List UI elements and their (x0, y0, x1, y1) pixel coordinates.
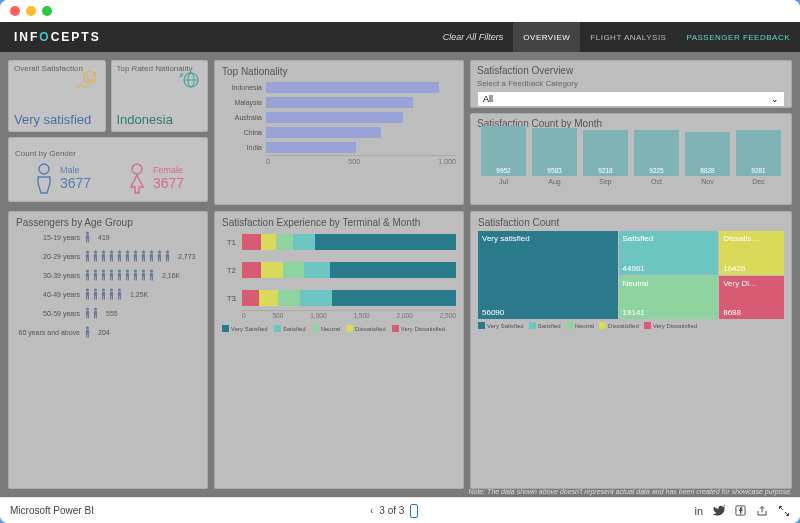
page-navigator: ‹ 3 of 3 (370, 504, 418, 518)
svg-point-116 (94, 307, 97, 310)
chart-x-axis: 0 500 1,000 (266, 155, 456, 165)
svg-rect-82 (134, 277, 135, 281)
tab-passenger-feedback[interactable]: PASSENGER FEEDBACK (676, 22, 800, 52)
terminal-row[interactable]: T1 (222, 234, 456, 250)
nationality-row[interactable]: Indonesia (222, 82, 454, 93)
card-value: Indonesia (117, 112, 203, 127)
svg-rect-42 (142, 258, 143, 262)
svg-rect-46 (150, 258, 151, 262)
month-bar[interactable]: 8828Nov (685, 132, 730, 185)
minimize-window-icon[interactable] (26, 6, 36, 16)
panel-title: Top Nationality (222, 66, 456, 77)
svg-point-16 (94, 250, 97, 253)
clear-filters-link[interactable]: Clear All Filters (433, 32, 514, 42)
close-window-icon[interactable] (10, 6, 20, 16)
svg-rect-9 (86, 235, 89, 239)
age-row: 30-39 years2,16K (16, 269, 200, 281)
svg-point-96 (94, 288, 97, 291)
bar-segment (261, 234, 276, 250)
svg-rect-114 (86, 315, 87, 319)
svg-rect-55 (168, 258, 169, 262)
mac-titlebar (0, 0, 800, 22)
svg-rect-86 (142, 277, 143, 281)
age-label: 60 years and above (16, 329, 80, 336)
bar-segment (293, 234, 314, 250)
nationality-row[interactable]: China (222, 127, 454, 138)
svg-rect-94 (86, 296, 87, 300)
bar-segment (300, 290, 332, 306)
facebook-icon[interactable] (735, 505, 746, 516)
svg-point-8 (86, 231, 89, 234)
twitter-icon[interactable] (713, 505, 725, 517)
svg-rect-58 (86, 277, 87, 281)
tree-value: 19141 (623, 308, 645, 317)
bar-segment (283, 262, 304, 278)
select-label: Select a Feedback Category (477, 79, 785, 88)
svg-point-100 (102, 288, 105, 291)
prev-page-button[interactable]: ‹ (370, 505, 373, 516)
svg-rect-35 (128, 258, 129, 262)
page-number-input[interactable] (410, 504, 418, 518)
linkedin-icon[interactable]: in (694, 505, 703, 517)
month-bar-chart: 9952Jul9583Aug9218Sep9225Oct8828Nov9281D… (477, 133, 785, 185)
svg-rect-103 (104, 296, 105, 300)
bar-segment (259, 290, 278, 306)
tree-label: Neutral (623, 279, 649, 288)
person-icon-group (84, 269, 155, 281)
terminal-row[interactable]: T2 (222, 262, 456, 278)
tab-overview[interactable]: OVERVIEW (513, 22, 580, 52)
svg-rect-109 (118, 292, 121, 296)
tree-very-dissatisfied[interactable]: Very Di…8688 (719, 276, 784, 320)
month-bar[interactable]: 9225Oct (634, 130, 679, 185)
tab-flight-analysis[interactable]: FLIGHT ANALYSIS (580, 22, 676, 52)
age-value: 2,16K (162, 272, 180, 279)
tree-neutral[interactable]: Neutral19141 (619, 276, 719, 320)
card-top-nationality: Top Rated Nationality Indonesia (111, 60, 209, 132)
tree-dissatisfied[interactable]: Dissatis…16426 (719, 231, 784, 275)
svg-point-64 (102, 269, 105, 272)
tree-satisfied[interactable]: Satisfied44961 (619, 231, 719, 275)
panel-satisfaction-overview: Satisfaction Overview Select a Feedback … (470, 60, 792, 108)
terminal-row[interactable]: T3 (222, 290, 456, 306)
nationality-row[interactable]: Australia (222, 112, 454, 123)
fullscreen-icon[interactable] (778, 505, 790, 517)
svg-rect-122 (86, 334, 87, 338)
svg-point-24 (110, 250, 113, 253)
svg-rect-45 (150, 254, 153, 258)
panel-title: Satisfaction Experience by Terminal & Mo… (222, 217, 456, 228)
svg-rect-101 (102, 292, 105, 296)
svg-point-7 (132, 164, 142, 174)
svg-rect-54 (166, 258, 167, 262)
svg-point-80 (134, 269, 137, 272)
tree-very-satisfied[interactable]: Very satisfied56090 (478, 231, 618, 319)
bar-value: 9281 (736, 167, 781, 174)
tree-value: 56090 (482, 308, 504, 317)
svg-rect-73 (118, 273, 121, 277)
nationality-row[interactable]: India (222, 142, 454, 153)
bar-value: 8828 (685, 167, 730, 174)
month-bar[interactable]: 9583Aug (532, 128, 577, 185)
svg-rect-87 (144, 277, 145, 281)
terminal-label: T2 (222, 266, 236, 275)
feedback-category-select[interactable]: All ⌄ (477, 91, 785, 107)
share-icon[interactable] (756, 505, 768, 517)
maximize-window-icon[interactable] (42, 6, 52, 16)
month-bar[interactable]: 9218Sep (583, 130, 628, 185)
svg-rect-95 (88, 296, 89, 300)
month-bar[interactable]: 9281Dec (736, 130, 781, 185)
svg-point-12 (86, 250, 89, 253)
globe-icon (176, 70, 202, 92)
bar-segment (315, 234, 456, 250)
svg-rect-49 (158, 254, 161, 258)
right-top-column: Satisfaction Overview Select a Feedback … (470, 60, 792, 205)
svg-point-84 (142, 269, 145, 272)
select-value: All (483, 94, 493, 104)
month-bar[interactable]: 9952Jul (481, 126, 526, 185)
svg-rect-25 (110, 254, 113, 258)
svg-rect-37 (134, 254, 137, 258)
svg-rect-66 (102, 277, 103, 281)
svg-rect-61 (94, 273, 97, 277)
svg-rect-63 (96, 277, 97, 281)
nationality-row[interactable]: Malaysia (222, 97, 454, 108)
svg-rect-123 (88, 334, 89, 338)
